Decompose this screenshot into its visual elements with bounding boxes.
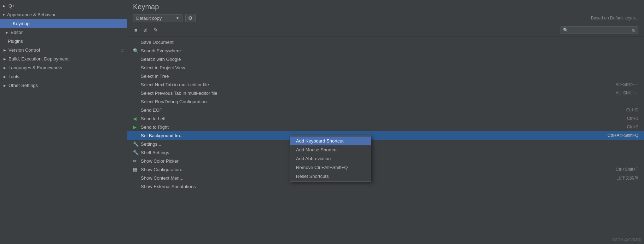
align2-button[interactable]: ≢ (142, 26, 149, 34)
search-bar: 🔍 ⊕ (561, 26, 638, 34)
row-label: Select in Project View (141, 65, 638, 70)
sidebar-top-label: Q+ (8, 3, 15, 8)
appearance-triangle-icon (2, 13, 6, 17)
row-label: Show Context Men... (141, 175, 617, 181)
row-shortcut: Ctrl+Shift+T (616, 167, 638, 172)
table-row[interactable]: 🔍Search Everywhere (127, 46, 644, 55)
table-row[interactable]: Select Previous Tab in multi-editor file… (127, 89, 644, 97)
editor-label: Editor (11, 30, 23, 35)
row-shortcut: Ctrl+D (626, 108, 638, 112)
other-triangle-icon (4, 84, 7, 87)
watermark: CSDN @GDM猿 (612, 237, 641, 243)
sidebar-group-appearance[interactable]: Appearance & Behavior (0, 10, 127, 19)
row-label: Shelf Settings (141, 150, 638, 155)
row-label: Show External Annotations (141, 184, 638, 189)
sidebar-item-build[interactable]: Build, Execution, Deployment (0, 54, 127, 63)
row-label: Settings... (141, 141, 638, 147)
based-on-label: Based on Default keym... (591, 16, 638, 21)
sidebar-item-version-control[interactable]: Version Control □ (0, 46, 127, 54)
lang-triangle-icon (4, 66, 7, 70)
build-label: Build, Execution, Deployment (8, 56, 69, 62)
table-row[interactable]: ✏Show Color Picker (127, 157, 644, 165)
vc-badge: □ (121, 48, 123, 52)
main-panel: Keymap Default copy ▼ ⚙ Based on Default… (127, 0, 644, 244)
row-label: Select Run/Debug Configuration (141, 99, 638, 104)
build-triangle-icon (4, 57, 7, 61)
row-icon: 🔧 (133, 150, 139, 155)
sidebar-item-editor[interactable]: Editor (0, 28, 127, 37)
row-label: Select Previous Tab in multi-editor file (141, 91, 616, 96)
vc-label: Version Control (8, 47, 40, 53)
context-menu: Add Keyboard ShortcutAdd Mouse ShortcutA… (290, 135, 371, 182)
edit-button[interactable]: ✎ (152, 26, 159, 34)
sidebar-appearance-label: Appearance & Behavior (7, 12, 56, 17)
context-menu-item[interactable]: Add Keyboard Shortcut (290, 136, 371, 145)
table-row[interactable]: ▦Show Configuration...Ctrl+Shift+T (127, 165, 644, 174)
table-row[interactable]: Search with Google (127, 55, 644, 63)
lang-label: Languages & Frameworks (8, 65, 62, 70)
row-shortcut: Ctrl+2 (627, 124, 638, 129)
row-icon: ▶ (133, 124, 139, 130)
keymap-dropdown[interactable]: Default copy ▼ (133, 14, 182, 22)
row-icon: 🔧 (133, 141, 139, 147)
top-triangle-icon (3, 4, 6, 8)
row-label: Set Background Im... (141, 133, 608, 138)
row-label: Select Next Tab in multi-editor file (141, 82, 616, 87)
sidebar-item-tools[interactable]: Tools (0, 72, 127, 81)
row-shortcut: Alt+Shift+→ (616, 82, 638, 87)
editor-triangle-icon (6, 31, 9, 34)
row-label: Select in Tree (141, 74, 638, 79)
row-shortcut: 上下文菜单 (617, 175, 638, 181)
row-shortcut: Ctrl+Alt+Shift+Q (608, 133, 638, 138)
table-row[interactable]: Select in Tree (127, 72, 644, 80)
table-row[interactable]: ▶Send to RightCtrl+2 (127, 123, 644, 131)
sidebar-item-keymap[interactable]: Keymap (0, 19, 127, 28)
row-icon: ▦ (133, 167, 139, 172)
table-row[interactable]: Show External Annotations (127, 182, 644, 191)
vc-triangle-icon (4, 48, 7, 52)
dropdown-value: Default copy (136, 16, 162, 21)
table-row[interactable]: Select Next Tab in multi-editor fileAlt+… (127, 80, 644, 89)
row-shortcut: Alt+Shift+← (616, 91, 638, 95)
row-label: Send to Left (141, 116, 627, 121)
row-icon: ✏ (133, 158, 139, 164)
table-row[interactable]: Select in Project View (127, 63, 644, 72)
search-settings-icon[interactable]: ⊕ (632, 27, 636, 33)
sidebar-item-languages[interactable]: Languages & Frameworks (0, 63, 127, 72)
row-icon: 🔍 (133, 48, 139, 53)
row-label: Search Everywhere (141, 48, 638, 53)
table-row[interactable]: ◀Send to LeftCtrl+1 (127, 114, 644, 123)
gear-button[interactable]: ⚙ (185, 14, 196, 22)
tools-label: Tools (8, 74, 19, 79)
sidebar: Q+ Appearance & Behavior Keymap Editor P… (0, 0, 127, 244)
page-title: Keymap (133, 3, 638, 11)
other-label: Other Settings (8, 83, 38, 88)
sidebar-item-other[interactable]: Other Settings (0, 81, 127, 90)
table-row[interactable]: Send EOFCtrl+D (127, 106, 644, 114)
row-icon: ◀ (133, 116, 139, 121)
row-label: Show Color Picker (141, 158, 638, 164)
row-label: Search with Google (141, 57, 638, 62)
table-row[interactable]: Show Context Men...上下文菜单 (127, 174, 644, 182)
keymap-list: Save Document🔍Search EverywhereSearch wi… (127, 36, 644, 244)
table-row[interactable]: Save Document (127, 38, 644, 46)
header-controls: Default copy ▼ ⚙ Based on Default keym..… (133, 14, 638, 22)
sidebar-item-plugins[interactable]: Plugins (0, 37, 127, 46)
search-input[interactable] (570, 28, 630, 33)
context-menu-item[interactable]: Reset Shortcuts (290, 172, 371, 181)
sidebar-top-item[interactable]: Q+ (0, 1, 127, 10)
context-menu-item[interactable]: Remove Ctrl+Alt+Shift+Q (290, 163, 371, 172)
context-menu-item[interactable]: Add Mouse Shortcut (290, 145, 371, 154)
table-row[interactable]: Select Run/Debug Configuration (127, 97, 644, 106)
context-menu-item[interactable]: Add Abbreviation (290, 154, 371, 163)
table-row[interactable]: 🔧Shelf Settings (127, 148, 644, 157)
table-row[interactable]: Set Background Im...Ctrl+Alt+Shift+Q (127, 131, 644, 140)
align-button[interactable]: ≡ (133, 27, 139, 34)
keymap-label: Keymap (13, 21, 30, 26)
table-row[interactable]: 🔧Settings... (127, 140, 644, 148)
row-label: Send to Right (141, 124, 627, 130)
plugins-label: Plugins (8, 39, 23, 44)
chevron-down-icon: ▼ (176, 16, 179, 20)
search-icon: 🔍 (563, 28, 568, 33)
row-label: Save Document (141, 40, 638, 45)
